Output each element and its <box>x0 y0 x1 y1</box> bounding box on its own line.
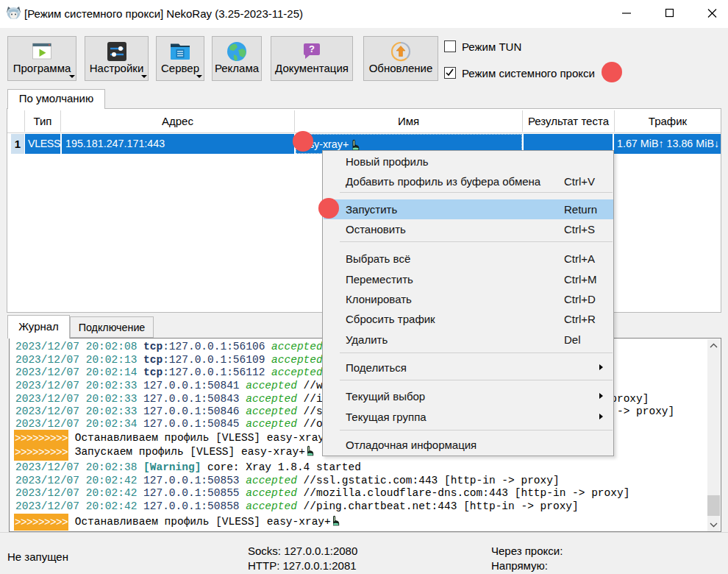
svg-text:?: ? <box>309 43 315 54</box>
